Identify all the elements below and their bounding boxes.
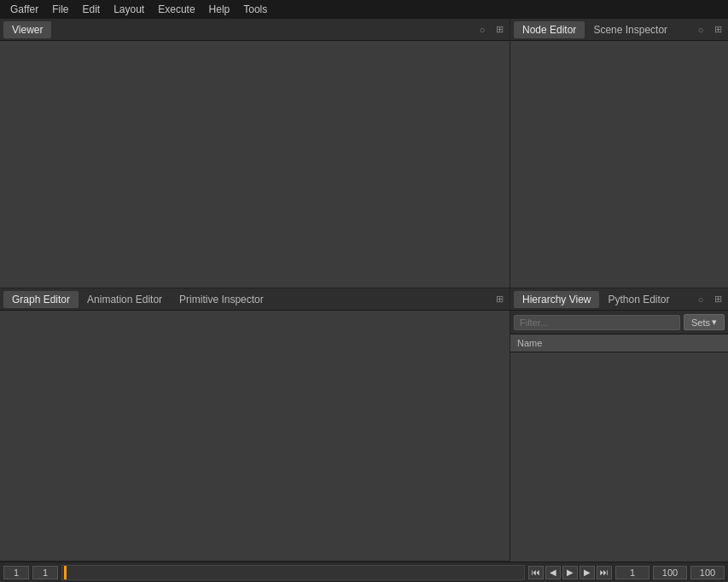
left-column: Viewer ○ ⊞ Graph Editor Animation Editor… [0,19,510,562]
right-column: Node Editor Scene Inspector ○ ⊞ Hierarch… [510,19,728,562]
viewer-tab-bar: Viewer ○ ⊞ [0,19,510,41]
tab-node-editor[interactable]: Node Editor [514,21,585,38]
viewer-grid-icon[interactable]: ⊞ [492,23,506,37]
menu-layout[interactable]: Layout [107,2,151,17]
menu-help[interactable]: Help [202,2,237,17]
node-grid-icon[interactable]: ⊞ [711,23,725,37]
node-circle-icon[interactable]: ○ [694,23,708,37]
tab-hierarchy-view[interactable]: Hierarchy View [514,291,599,308]
graph-grid-icon[interactable]: ⊞ [492,293,506,306]
main-area: Viewer ○ ⊞ Graph Editor Animation Editor… [0,19,728,582]
menubar: Gaffer File Edit Layout Execute Help Too… [0,0,728,19]
node-editor-tab-bar: Node Editor Scene Inspector ○ ⊞ [510,19,728,41]
graph-editor-content [0,311,510,561]
menu-edit[interactable]: Edit [75,2,107,17]
menu-gaffer[interactable]: Gaffer [3,2,45,17]
menu-file[interactable]: File [45,2,75,17]
tab-primitive-inspector[interactable]: Primitive Inspector [171,291,272,308]
viewer-circle-icon[interactable]: ○ [475,23,489,37]
current-frame-input[interactable] [615,566,649,579]
sets-label: Sets [691,317,710,328]
tab-graph-editor[interactable]: Graph Editor [3,291,79,308]
viewer-panel: Viewer ○ ⊞ [0,19,510,288]
timeline: ⏮ ◀ ▶ ▶ ⏭ [0,562,728,582]
timeline-frame2-input[interactable] [32,566,58,579]
timeline-playhead [64,566,67,579]
hierarchy-circle-icon[interactable]: ○ [694,293,708,306]
menu-tools[interactable]: Tools [236,2,274,17]
tab-python-editor[interactable]: Python Editor [599,291,678,308]
menu-execute[interactable]: Execute [151,2,201,17]
prev-frame-button[interactable]: ◀ [545,566,561,579]
filter-input[interactable] [514,315,680,330]
hierarchy-panel: Hierarchy View Python Editor ○ ⊞ Sets ▾ … [510,288,728,562]
hierarchy-content [510,352,728,562]
next-frame-button[interactable]: ▶ [579,566,595,579]
sets-button[interactable]: Sets ▾ [684,314,725,330]
hierarchy-grid-icon[interactable]: ⊞ [711,293,725,306]
name-column-header: Name [510,335,728,352]
sets-chevron-icon: ▾ [712,317,717,328]
timeline-ruler[interactable] [61,565,525,580]
node-editor-panel: Node Editor Scene Inspector ○ ⊞ [510,19,728,288]
skip-start-button[interactable]: ⏮ [528,566,544,579]
frame-end-input[interactable] [690,566,725,579]
skip-end-button[interactable]: ⏭ [597,566,612,579]
tab-animation-editor[interactable]: Animation Editor [79,291,171,308]
transport-controls: ⏮ ◀ ▶ ▶ ⏭ [528,566,612,579]
graph-editor-tab-bar: Graph Editor Animation Editor Primitive … [0,288,510,311]
frame-start-input[interactable] [653,566,687,579]
viewer-content [0,41,510,288]
play-button[interactable]: ▶ [562,566,578,579]
tab-scene-inspector[interactable]: Scene Inspector [585,21,676,38]
hierarchy-tab-bar: Hierarchy View Python Editor ○ ⊞ [510,288,728,311]
top-section: Viewer ○ ⊞ Graph Editor Animation Editor… [0,19,728,562]
node-editor-content [510,41,728,288]
tab-viewer[interactable]: Viewer [3,21,51,38]
graph-editor-panel: Graph Editor Animation Editor Primitive … [0,288,510,562]
timeline-frame1-input[interactable] [3,566,29,579]
filter-row: Sets ▾ [510,311,728,335]
